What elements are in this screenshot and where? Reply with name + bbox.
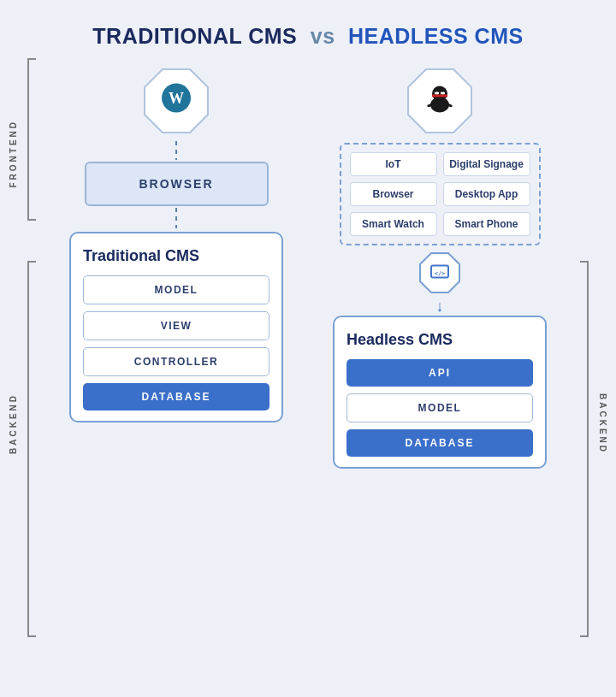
ninja-svg — [423, 81, 457, 115]
headless-cms-backend-box: Headless CMS API MODEL DATABASE — [333, 316, 547, 469]
api-icon: </> — [428, 259, 452, 287]
channels-grid: IoT Digital Signage Browser Desktop App … — [340, 143, 541, 245]
backend-label-right: BACKEND — [598, 393, 607, 454]
database-box-right: DATABASE — [346, 429, 533, 457]
wp-logo: W — [160, 82, 192, 115]
svg-rect-6 — [435, 92, 439, 95]
arrow-down: ↓ — [436, 298, 444, 314]
backend-bracket-line-left — [27, 261, 36, 637]
diagram-columns: W BROWSER Traditional CMS MODEL VIEW — [0, 66, 616, 469]
view-box: VIEW — [83, 311, 270, 340]
channel-smart-phone: Smart Phone — [443, 212, 530, 236]
title-traditional: TRADITIONAL CMS — [92, 24, 297, 48]
svg-text:W: W — [169, 90, 184, 107]
channel-digital-signage: Digital Signage — [443, 152, 530, 176]
ninja-icon — [423, 81, 457, 121]
database-box-left: DATABASE — [83, 383, 270, 411]
layout-wrapper: TRADITIONAL CMS vs HEADLESS CMS FRONTEND… — [0, 0, 616, 663]
svg-point-5 — [432, 86, 447, 102]
api-connector: </> ↓ — [418, 247, 462, 316]
traditional-cms-column: W BROWSER Traditional CMS MODEL VIEW — [56, 66, 296, 469]
api-box: API — [346, 359, 533, 387]
svg-rect-7 — [441, 92, 445, 95]
browser-label: BROWSER — [139, 177, 213, 191]
traditional-cms-title: Traditional CMS — [83, 247, 270, 265]
backend-label-left: BACKEND — [9, 393, 18, 454]
channel-smart-watch: Smart Watch — [350, 212, 437, 236]
channel-desktop-app: Desktop App — [443, 182, 530, 206]
controller-box: CONTROLLER — [83, 347, 270, 376]
backend-bracket-line-right — [580, 261, 589, 637]
wordpress-icon-wrap: W — [141, 66, 211, 136]
model-box: MODEL — [83, 275, 270, 304]
title-vs: vs — [311, 24, 335, 48]
frontend-bracket-line — [27, 58, 36, 221]
dashed-line-top-left — [175, 141, 177, 160]
dashed-line-mid-left — [175, 208, 177, 228]
main-title: TRADITIONAL CMS vs HEADLESS CMS — [0, 0, 616, 49]
headless-cms-column: IoT Digital Signage Browser Desktop App … — [320, 66, 560, 469]
api-symbol-svg: </> — [428, 259, 452, 283]
channel-iot: IoT — [350, 152, 437, 176]
frontend-label: FRONTEND — [9, 120, 18, 188]
wordpress-icon: W — [160, 82, 192, 121]
traditional-cms-backend-box: Traditional CMS MODEL VIEW CONTROLLER DA… — [69, 232, 283, 422]
ninja-icon-wrap — [405, 66, 475, 136]
model-box-right: MODEL — [346, 393, 533, 422]
channel-browser: Browser — [350, 182, 437, 206]
headless-cms-title: Headless CMS — [346, 331, 533, 349]
svg-text:</>: </> — [435, 270, 446, 277]
browser-box: BROWSER — [85, 162, 269, 206]
title-headless: HEADLESS CMS — [348, 24, 524, 48]
api-icon-wrap: </> — [418, 251, 462, 295]
svg-rect-8 — [432, 95, 447, 97]
